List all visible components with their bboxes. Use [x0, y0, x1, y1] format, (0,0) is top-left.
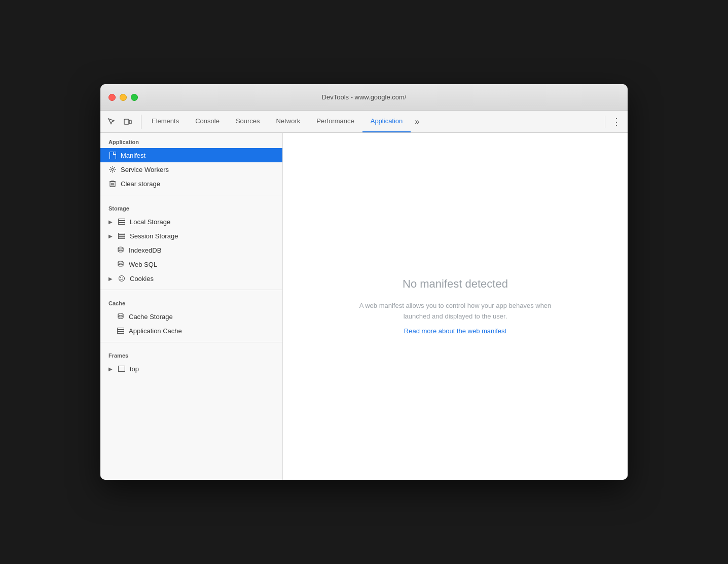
minimize-button[interactable]: [120, 94, 127, 101]
local-storage-expand-arrow: ▶: [108, 219, 113, 225]
trash-icon: [108, 180, 117, 188]
svg-point-14: [118, 261, 123, 263]
sidebar-item-cookies-label: Cookies: [130, 275, 154, 283]
main-area: Application Manifest S: [100, 133, 628, 480]
session-storage-expand-arrow: ▶: [108, 233, 113, 239]
sidebar-item-web-sql[interactable]: Web SQL: [100, 257, 282, 271]
sidebar-item-session-storage-label: Session Storage: [130, 232, 178, 240]
svg-point-19: [120, 279, 121, 279]
cache-divider: [100, 290, 282, 290]
application-cache-icon: [117, 327, 125, 335]
indexeddb-icon: [117, 246, 125, 254]
session-storage-icon: [118, 232, 126, 240]
no-manifest-panel: No manifest detected A web manifest allo…: [349, 277, 562, 335]
frame-icon: [118, 365, 126, 373]
no-manifest-title: No manifest detected: [349, 277, 562, 291]
svg-rect-22: [118, 328, 124, 330]
sidebar-item-application-cache-label: Application Cache: [129, 327, 182, 335]
tab-performance[interactable]: Performance: [308, 111, 362, 132]
cookies-expand-arrow: ▶: [108, 276, 113, 281]
svg-rect-10: [119, 233, 125, 235]
tab-elements[interactable]: Elements: [143, 111, 187, 132]
window-title: DevTools - www.google.com/: [322, 93, 407, 101]
tab-sources[interactable]: Sources: [228, 111, 268, 132]
sidebar-item-cache-storage-label: Cache Storage: [129, 313, 173, 321]
svg-point-16: [120, 277, 121, 278]
sidebar-header-storage: Storage: [100, 199, 282, 215]
tab-application[interactable]: Application: [362, 111, 411, 132]
svg-point-18: [121, 279, 122, 280]
svg-rect-9: [119, 223, 125, 225]
svg-rect-11: [119, 235, 125, 237]
sidebar-item-indexeddb-label: IndexedDB: [129, 246, 161, 254]
sidebar-header-frames: Frames: [100, 346, 282, 362]
sidebar-header-cache: Cache: [100, 294, 282, 309]
device-icon[interactable]: [121, 115, 135, 129]
sidebar-section-application: Application Manifest S: [100, 133, 282, 191]
window-controls: [108, 94, 138, 101]
no-manifest-link[interactable]: Read more about the web manifest: [404, 327, 506, 335]
sidebar-item-session-storage[interactable]: ▶ Session Storage: [100, 229, 282, 243]
svg-point-17: [122, 277, 123, 278]
svg-rect-0: [124, 119, 129, 124]
svg-rect-25: [119, 366, 125, 372]
tabs: Elements Console Sources Network Perform…: [143, 111, 423, 132]
tab-more-button[interactable]: »: [411, 111, 423, 132]
svg-rect-1: [129, 120, 131, 124]
sidebar-item-local-storage[interactable]: ▶ Local Storage: [100, 215, 282, 229]
svg-rect-8: [119, 221, 125, 223]
sidebar-item-top-label: top: [130, 365, 139, 373]
devtools-window: DevTools - www.google.com/ Elements Cons…: [100, 84, 628, 480]
sidebar: Application Manifest S: [100, 133, 283, 480]
svg-point-20: [122, 279, 123, 280]
cookies-icon: [118, 274, 126, 283]
sidebar-item-clear-storage-label: Clear storage: [121, 180, 160, 188]
svg-rect-7: [119, 219, 125, 221]
cache-storage-icon: [117, 312, 125, 321]
no-manifest-description: A web manifest allows you to control how…: [349, 301, 562, 322]
tab-console[interactable]: Console: [187, 111, 228, 132]
sidebar-section-storage: Storage ▶ Local Storage ▶: [100, 199, 282, 286]
gear-icon: [108, 165, 117, 173]
sidebar-item-manifest-label: Manifest: [121, 152, 145, 159]
sidebar-item-service-workers[interactable]: Service Workers: [100, 162, 282, 177]
tab-network[interactable]: Network: [268, 111, 309, 132]
sidebar-section-cache: Cache Cache Storage: [100, 294, 282, 338]
sidebar-item-clear-storage[interactable]: Clear storage: [100, 177, 282, 191]
local-storage-icon: [118, 218, 126, 226]
toolbar: Elements Console Sources Network Perform…: [100, 111, 628, 133]
storage-divider: [100, 195, 282, 195]
kebab-menu-button[interactable]: ⋮: [609, 115, 624, 129]
svg-point-21: [118, 313, 123, 315]
sidebar-item-service-workers-label: Service Workers: [121, 166, 169, 173]
sidebar-item-local-storage-label: Local Storage: [130, 218, 170, 226]
frames-divider: [100, 342, 282, 342]
svg-point-2: [112, 168, 114, 170]
manifest-icon: [108, 151, 117, 159]
web-sql-icon: [117, 260, 125, 268]
toolbar-icons: [104, 115, 141, 129]
sidebar-item-cookies[interactable]: ▶ Cookies: [100, 271, 282, 286]
close-button[interactable]: [108, 94, 116, 101]
title-bar: DevTools - www.google.com/: [100, 84, 628, 111]
svg-point-13: [118, 247, 123, 249]
top-expand-arrow: ▶: [108, 366, 113, 372]
svg-rect-24: [118, 332, 124, 334]
sidebar-header-application: Application: [100, 133, 282, 148]
sidebar-item-manifest[interactable]: Manifest: [100, 148, 282, 162]
inspect-icon[interactable]: [104, 115, 119, 129]
toolbar-right: ⋮: [601, 115, 624, 129]
sidebar-item-cache-storage[interactable]: Cache Storage: [100, 309, 282, 324]
sidebar-item-top[interactable]: ▶ top: [100, 362, 282, 376]
toolbar-divider: [605, 116, 605, 128]
content-area: No manifest detected A web manifest allo…: [283, 133, 628, 480]
sidebar-section-frames: Frames ▶ top: [100, 346, 282, 376]
svg-point-15: [119, 276, 125, 281]
sidebar-item-indexeddb[interactable]: IndexedDB: [100, 243, 282, 257]
maximize-button[interactable]: [131, 94, 138, 101]
svg-rect-12: [119, 237, 125, 239]
sidebar-item-web-sql-label: Web SQL: [129, 261, 157, 268]
svg-rect-23: [118, 330, 124, 332]
sidebar-item-application-cache[interactable]: Application Cache: [100, 324, 282, 338]
